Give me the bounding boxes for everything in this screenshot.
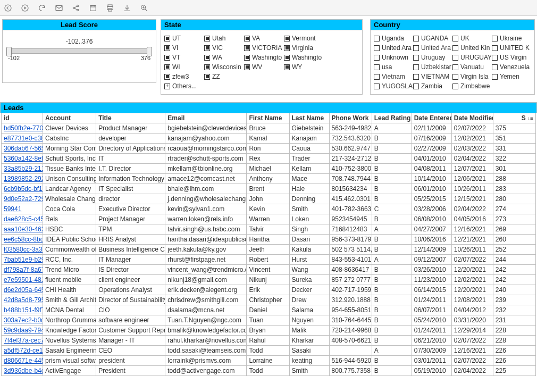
play-icon[interactable] [20,3,30,13]
refresh-icon[interactable] [37,3,47,13]
state-option[interactable]: Vermont [284,34,324,43]
checkbox-icon[interactable] [244,36,250,41]
state-option[interactable]: VICTORIA [244,43,284,53]
checkbox-icon[interactable] [164,55,170,61]
column-header[interactable]: id [2,113,43,123]
state-option[interactable]: WI [164,62,204,72]
country-option[interactable]: Zambia [413,81,452,91]
checkbox-icon[interactable] [204,45,210,51]
country-option[interactable]: United Ara [413,43,452,53]
state-option[interactable]: Washingto [244,53,284,62]
table-row[interactable]: d806671e-445cprism visual softwarepresid… [2,356,536,366]
column-header[interactable]: Phone Work [329,113,372,123]
state-option[interactable]: VI [164,43,204,53]
country-option[interactable]: Uganda [374,34,413,43]
table-row[interactable]: e87731e0-c38aCabsIncdeveloperkanajam@yah… [2,134,536,144]
table-row[interactable]: a5df572d-ce1f-Sasaki EngineeringCEOtodd.… [2,346,536,356]
id-link[interactable]: 13989852-2924 [4,175,43,182]
column-header[interactable]: Last Name [289,113,329,123]
checkbox-icon[interactable] [164,45,170,51]
table-row[interactable]: 9d0e52a2-7292Wholesale Changedirectorj.d… [2,194,536,204]
table-row[interactable]: 42d8a5d8-7950Smith & Gill ArchitecDirect… [2,295,536,305]
checkbox-icon[interactable] [413,45,419,51]
column-header[interactable]: S ↓≡ [493,113,535,123]
checkbox-icon[interactable] [164,64,170,70]
state-option[interactable] [284,72,324,81]
state-option[interactable]: WY [284,62,324,72]
id-link[interactable]: d6e2d05a-645c [4,286,43,294]
back-icon[interactable] [3,3,13,13]
table-row[interactable]: 6cb9b5dc-bf1a-Landcar AgencyIT Specialis… [2,184,536,194]
checkbox-icon[interactable] [492,36,498,41]
checkbox-icon[interactable] [374,64,380,70]
country-option[interactable]: UK [452,34,492,43]
checkbox-icon[interactable] [374,45,380,51]
id-link[interactable]: 303a7ec2-b0d2 [4,316,43,324]
calendar-icon[interactable] [88,3,98,13]
checkbox-icon[interactable] [204,55,210,61]
country-option[interactable]: URUGUAY [452,53,492,62]
table-row[interactable]: d6e2d05a-645cCHI HealthOperations Analys… [2,285,536,295]
country-option[interactable]: United Ara [374,43,413,53]
column-header[interactable]: Lead Rating [372,113,412,123]
checkbox-icon[interactable] [452,74,458,80]
state-option[interactable]: zfew3 [164,72,204,81]
id-link[interactable]: ee6c58cc-8bd4 [4,236,43,243]
table-row[interactable]: 3d936dbe-b4c7ActivEngagePresidenttodd@ac… [2,366,536,376]
table-row[interactable]: bd50fb2e-770f-Clever DevicesProduct Mana… [2,123,536,134]
country-option[interactable]: Ukraine [492,34,531,43]
id-link[interactable]: e87731e0-c38a [4,135,43,142]
column-header[interactable]: Account [43,113,96,123]
country-option[interactable]: UGANDA [413,34,452,43]
checkbox-icon[interactable] [492,74,498,80]
id-link[interactable]: 306dab67-565b [4,145,43,152]
checkbox-icon[interactable] [413,36,419,41]
state-option[interactable]: WV [244,62,284,72]
table-row[interactable]: df798a7f-8a67-Trend MicroIS Directorvinc… [2,265,536,275]
checkbox-icon[interactable] [284,36,290,41]
column-header[interactable]: First Name [247,113,289,123]
checkbox-icon[interactable] [452,45,458,51]
id-link[interactable]: 59c9daa9-7946 [4,327,43,334]
column-header[interactable]: Date Modified [451,113,493,123]
id-link[interactable]: 7bab51e9-b297 [4,256,43,263]
state-others[interactable]: +Others... [164,81,204,91]
country-option[interactable]: Uruguay [413,53,452,62]
id-link[interactable]: 6cb9b5dc-bf1a- [4,185,43,193]
column-header[interactable]: Email [165,113,247,123]
table-row[interactable]: 306dab67-565bMorning Star CompaDirectory… [2,144,536,154]
state-option[interactable]: Washingto [284,53,324,62]
table-row[interactable]: 7f4ef37a-cec7-Novellus Systems InManager… [2,336,536,346]
checkbox-icon[interactable] [374,36,380,41]
state-option[interactable]: WA [204,53,244,62]
share-icon[interactable] [71,3,81,13]
checkbox-icon[interactable] [244,45,250,51]
state-option[interactable] [244,72,284,81]
checkbox-icon[interactable] [164,74,170,80]
table-row[interactable]: f03580cc-3a36-Commonwealth of KBusiness … [2,245,536,255]
slider-handle-min[interactable] [6,47,12,56]
checkbox-icon[interactable] [244,55,250,61]
mail-icon[interactable] [54,3,64,13]
checkbox-icon[interactable] [413,55,419,61]
country-option[interactable]: Zimbabwe [452,81,492,91]
country-option[interactable]: Venezuela [492,62,531,72]
print-icon[interactable] [105,3,115,13]
id-link[interactable]: 33a85b29-211c [4,165,43,172]
id-link[interactable]: f03580cc-3a36- [4,246,43,253]
state-option[interactable]: VT [164,53,204,62]
id-link[interactable]: 9d0e52a2-7292 [4,195,43,203]
table-row[interactable]: 5360a142-8ef7Schutt Sports, Inc.ITrtrade… [2,154,536,164]
checkbox-icon[interactable] [413,64,419,70]
id-link[interactable]: d806671e-445c [4,357,43,364]
table-row[interactable]: 13989852-2924Unison ConsultingInformatio… [2,174,536,184]
checkbox-icon[interactable] [204,64,210,70]
slider-handle-max[interactable] [147,47,152,56]
country-option[interactable]: usa [374,62,413,72]
table-row[interactable]: e7e59501-4813fluent mobileclient enginee… [2,275,536,285]
checkbox-icon[interactable] [164,36,170,41]
id-link[interactable]: b488b151-f9f7- [4,306,43,314]
download-icon[interactable] [122,3,132,13]
state-option[interactable]: VA [244,34,284,43]
checkbox-icon[interactable] [492,64,498,70]
